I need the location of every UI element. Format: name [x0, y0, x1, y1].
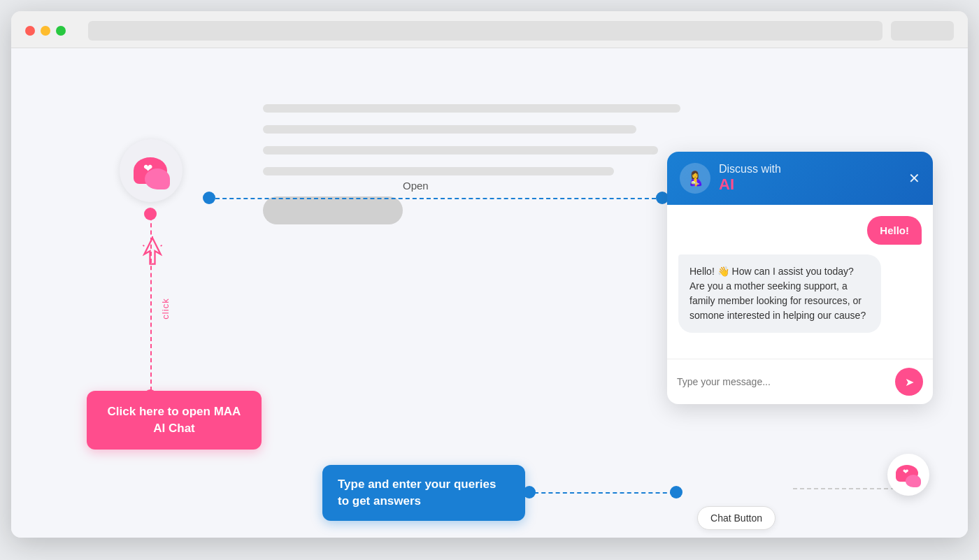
page-body: ❤ click Open Click here to open MAA AI C… [11, 48, 968, 538]
avatar-icon: 🤱 [687, 170, 704, 187]
dot-left-horizontal [203, 192, 215, 204]
close-traffic-light[interactable] [25, 26, 35, 36]
chat-title-top: Discuss with [719, 163, 900, 175]
click-here-callout[interactable]: Click here to open MAA AI Chat [87, 391, 262, 450]
message-input[interactable] [677, 376, 888, 387]
chat-avatar: 🤱 [680, 163, 710, 194]
content-line-3 [263, 146, 658, 155]
send-button[interactable]: ➤ [895, 368, 923, 396]
heart-icon: ❤ [143, 161, 152, 175]
svg-line-2 [143, 243, 144, 246]
content-line-2 [263, 125, 636, 134]
send-icon: ➤ [905, 375, 914, 389]
bot-message: Hello! 👋 How can I assist you today? Are… [678, 254, 922, 333]
chat-header: 🤱 Discuss with AI ✕ [667, 152, 933, 205]
type-queries-callout: Type and enter your queries to get answe… [322, 465, 525, 521]
click-label: click [160, 298, 171, 319]
chat-input-area[interactable]: ➤ [667, 359, 933, 404]
chat-button-text: Chat Button [710, 512, 762, 524]
cursor-arrow-icon [143, 236, 162, 266]
browser-chrome [11, 11, 968, 48]
maximize-traffic-light[interactable] [56, 26, 66, 36]
chat-button-label: Chat Button [697, 506, 776, 530]
dot-top-vertical [144, 208, 157, 220]
svg-marker-0 [144, 238, 160, 264]
horizontal-dashed-line [208, 198, 656, 199]
chat-widget-button[interactable]: ❤ [120, 139, 183, 202]
chat-widget-icon: ❤ [132, 152, 170, 189]
chat-panel: 🤱 Discuss with AI ✕ Hello! Hello! 👋 How … [667, 152, 933, 404]
browser-action-button[interactable] [891, 21, 954, 41]
user-bubble: Hello! [867, 216, 922, 245]
svg-line-3 [161, 243, 162, 246]
dashed-line-type [534, 492, 674, 494]
dot-type-end [670, 486, 683, 498]
click-here-text: Click here to open MAA AI Chat [108, 405, 241, 435]
user-message: Hello! [678, 216, 922, 245]
type-queries-text: Type and enter your queries to get answe… [338, 478, 496, 508]
open-label: Open [403, 180, 429, 192]
close-button[interactable]: ✕ [908, 170, 920, 187]
browser-window: ❤ click Open Click here to open MAA AI C… [11, 11, 968, 538]
chat-title-main: AI [719, 175, 900, 194]
traffic-lights [25, 26, 66, 36]
content-lines [263, 104, 702, 224]
chat-title: Discuss with AI [719, 163, 900, 194]
minimize-traffic-light[interactable] [41, 26, 50, 36]
content-line-4 [263, 167, 614, 175]
content-line-wide [263, 196, 403, 224]
mini-chat-widget[interactable]: ❤ [887, 454, 929, 496]
content-line-1 [263, 104, 680, 113]
url-bar[interactable] [88, 21, 882, 41]
chat-messages: Hello! Hello! 👋 How can I assist you tod… [667, 205, 933, 359]
bot-bubble: Hello! 👋 How can I assist you today? Are… [678, 254, 881, 333]
